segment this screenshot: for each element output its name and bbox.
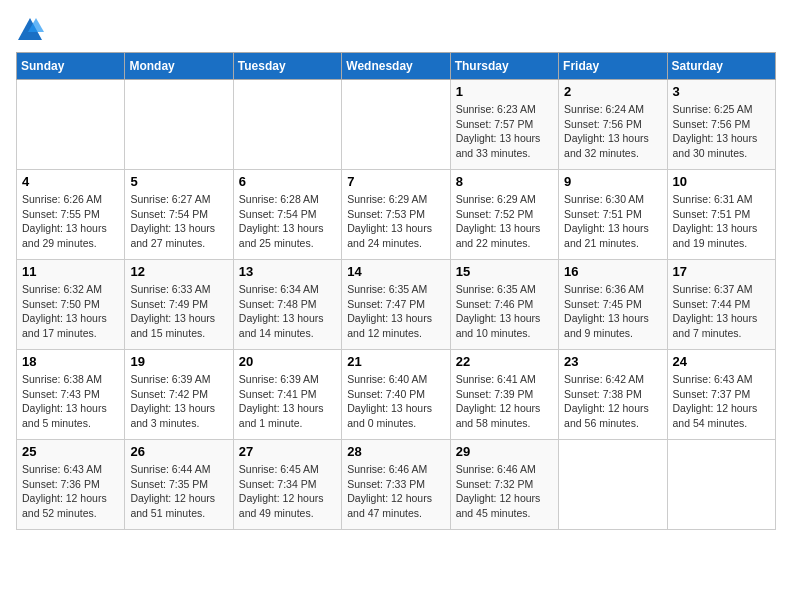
calendar-cell: 22Sunrise: 6:41 AM Sunset: 7:39 PM Dayli…: [450, 350, 558, 440]
day-info: Sunrise: 6:39 AM Sunset: 7:41 PM Dayligh…: [239, 372, 336, 431]
day-info: Sunrise: 6:40 AM Sunset: 7:40 PM Dayligh…: [347, 372, 444, 431]
day-info: Sunrise: 6:36 AM Sunset: 7:45 PM Dayligh…: [564, 282, 661, 341]
day-info: Sunrise: 6:26 AM Sunset: 7:55 PM Dayligh…: [22, 192, 119, 251]
calendar-cell: 3Sunrise: 6:25 AM Sunset: 7:56 PM Daylig…: [667, 80, 775, 170]
day-number: 20: [239, 354, 336, 369]
calendar-cell: 17Sunrise: 6:37 AM Sunset: 7:44 PM Dayli…: [667, 260, 775, 350]
day-number: 17: [673, 264, 770, 279]
day-number: 25: [22, 444, 119, 459]
weekday-header-tuesday: Tuesday: [233, 53, 341, 80]
day-number: 5: [130, 174, 227, 189]
day-info: Sunrise: 6:45 AM Sunset: 7:34 PM Dayligh…: [239, 462, 336, 521]
day-number: 16: [564, 264, 661, 279]
day-number: 8: [456, 174, 553, 189]
day-info: Sunrise: 6:37 AM Sunset: 7:44 PM Dayligh…: [673, 282, 770, 341]
day-info: Sunrise: 6:43 AM Sunset: 7:36 PM Dayligh…: [22, 462, 119, 521]
calendar-cell: [559, 440, 667, 530]
day-info: Sunrise: 6:23 AM Sunset: 7:57 PM Dayligh…: [456, 102, 553, 161]
day-info: Sunrise: 6:42 AM Sunset: 7:38 PM Dayligh…: [564, 372, 661, 431]
calendar-cell: [17, 80, 125, 170]
day-number: 29: [456, 444, 553, 459]
calendar-week-5: 25Sunrise: 6:43 AM Sunset: 7:36 PM Dayli…: [17, 440, 776, 530]
day-number: 28: [347, 444, 444, 459]
day-info: Sunrise: 6:33 AM Sunset: 7:49 PM Dayligh…: [130, 282, 227, 341]
calendar-cell: 5Sunrise: 6:27 AM Sunset: 7:54 PM Daylig…: [125, 170, 233, 260]
day-info: Sunrise: 6:29 AM Sunset: 7:53 PM Dayligh…: [347, 192, 444, 251]
day-number: 21: [347, 354, 444, 369]
calendar-cell: 4Sunrise: 6:26 AM Sunset: 7:55 PM Daylig…: [17, 170, 125, 260]
day-info: Sunrise: 6:29 AM Sunset: 7:52 PM Dayligh…: [456, 192, 553, 251]
day-number: 22: [456, 354, 553, 369]
day-info: Sunrise: 6:34 AM Sunset: 7:48 PM Dayligh…: [239, 282, 336, 341]
weekday-header-friday: Friday: [559, 53, 667, 80]
day-number: 14: [347, 264, 444, 279]
day-info: Sunrise: 6:46 AM Sunset: 7:32 PM Dayligh…: [456, 462, 553, 521]
calendar-cell: 13Sunrise: 6:34 AM Sunset: 7:48 PM Dayli…: [233, 260, 341, 350]
day-number: 15: [456, 264, 553, 279]
day-number: 10: [673, 174, 770, 189]
calendar-cell: 8Sunrise: 6:29 AM Sunset: 7:52 PM Daylig…: [450, 170, 558, 260]
day-number: 23: [564, 354, 661, 369]
day-number: 12: [130, 264, 227, 279]
day-info: Sunrise: 6:30 AM Sunset: 7:51 PM Dayligh…: [564, 192, 661, 251]
calendar-cell: 18Sunrise: 6:38 AM Sunset: 7:43 PM Dayli…: [17, 350, 125, 440]
day-number: 4: [22, 174, 119, 189]
calendar-cell: 11Sunrise: 6:32 AM Sunset: 7:50 PM Dayli…: [17, 260, 125, 350]
weekday-header-thursday: Thursday: [450, 53, 558, 80]
weekday-header-wednesday: Wednesday: [342, 53, 450, 80]
calendar-week-2: 4Sunrise: 6:26 AM Sunset: 7:55 PM Daylig…: [17, 170, 776, 260]
day-info: Sunrise: 6:46 AM Sunset: 7:33 PM Dayligh…: [347, 462, 444, 521]
calendar-table: SundayMondayTuesdayWednesdayThursdayFrid…: [16, 52, 776, 530]
calendar-cell: 16Sunrise: 6:36 AM Sunset: 7:45 PM Dayli…: [559, 260, 667, 350]
day-number: 13: [239, 264, 336, 279]
day-number: 19: [130, 354, 227, 369]
calendar-cell: 21Sunrise: 6:40 AM Sunset: 7:40 PM Dayli…: [342, 350, 450, 440]
weekday-header-sunday: Sunday: [17, 53, 125, 80]
day-number: 1: [456, 84, 553, 99]
day-number: 7: [347, 174, 444, 189]
day-info: Sunrise: 6:35 AM Sunset: 7:47 PM Dayligh…: [347, 282, 444, 341]
calendar-cell: 26Sunrise: 6:44 AM Sunset: 7:35 PM Dayli…: [125, 440, 233, 530]
day-number: 27: [239, 444, 336, 459]
weekday-header-monday: Monday: [125, 53, 233, 80]
logo-icon: [16, 16, 44, 44]
calendar-cell: 25Sunrise: 6:43 AM Sunset: 7:36 PM Dayli…: [17, 440, 125, 530]
calendar-cell: [667, 440, 775, 530]
calendar-header-row: SundayMondayTuesdayWednesdayThursdayFrid…: [17, 53, 776, 80]
logo: [16, 16, 48, 44]
day-info: Sunrise: 6:43 AM Sunset: 7:37 PM Dayligh…: [673, 372, 770, 431]
day-number: 3: [673, 84, 770, 99]
calendar-cell: 10Sunrise: 6:31 AM Sunset: 7:51 PM Dayli…: [667, 170, 775, 260]
day-info: Sunrise: 6:27 AM Sunset: 7:54 PM Dayligh…: [130, 192, 227, 251]
calendar-cell: 7Sunrise: 6:29 AM Sunset: 7:53 PM Daylig…: [342, 170, 450, 260]
page-header: [16, 16, 776, 44]
calendar-cell: 14Sunrise: 6:35 AM Sunset: 7:47 PM Dayli…: [342, 260, 450, 350]
day-number: 24: [673, 354, 770, 369]
calendar-cell: 20Sunrise: 6:39 AM Sunset: 7:41 PM Dayli…: [233, 350, 341, 440]
day-info: Sunrise: 6:28 AM Sunset: 7:54 PM Dayligh…: [239, 192, 336, 251]
calendar-cell: 12Sunrise: 6:33 AM Sunset: 7:49 PM Dayli…: [125, 260, 233, 350]
day-info: Sunrise: 6:24 AM Sunset: 7:56 PM Dayligh…: [564, 102, 661, 161]
calendar-cell: 23Sunrise: 6:42 AM Sunset: 7:38 PM Dayli…: [559, 350, 667, 440]
day-info: Sunrise: 6:32 AM Sunset: 7:50 PM Dayligh…: [22, 282, 119, 341]
day-number: 6: [239, 174, 336, 189]
calendar-cell: 28Sunrise: 6:46 AM Sunset: 7:33 PM Dayli…: [342, 440, 450, 530]
day-number: 2: [564, 84, 661, 99]
calendar-cell: 9Sunrise: 6:30 AM Sunset: 7:51 PM Daylig…: [559, 170, 667, 260]
calendar-week-3: 11Sunrise: 6:32 AM Sunset: 7:50 PM Dayli…: [17, 260, 776, 350]
calendar-cell: [233, 80, 341, 170]
calendar-cell: 27Sunrise: 6:45 AM Sunset: 7:34 PM Dayli…: [233, 440, 341, 530]
day-number: 18: [22, 354, 119, 369]
calendar-week-1: 1Sunrise: 6:23 AM Sunset: 7:57 PM Daylig…: [17, 80, 776, 170]
calendar-cell: 19Sunrise: 6:39 AM Sunset: 7:42 PM Dayli…: [125, 350, 233, 440]
calendar-cell: 2Sunrise: 6:24 AM Sunset: 7:56 PM Daylig…: [559, 80, 667, 170]
calendar-cell: 1Sunrise: 6:23 AM Sunset: 7:57 PM Daylig…: [450, 80, 558, 170]
day-info: Sunrise: 6:35 AM Sunset: 7:46 PM Dayligh…: [456, 282, 553, 341]
day-number: 11: [22, 264, 119, 279]
calendar-cell: [342, 80, 450, 170]
day-info: Sunrise: 6:38 AM Sunset: 7:43 PM Dayligh…: [22, 372, 119, 431]
calendar-week-4: 18Sunrise: 6:38 AM Sunset: 7:43 PM Dayli…: [17, 350, 776, 440]
calendar-cell: [125, 80, 233, 170]
calendar-cell: 24Sunrise: 6:43 AM Sunset: 7:37 PM Dayli…: [667, 350, 775, 440]
day-number: 26: [130, 444, 227, 459]
